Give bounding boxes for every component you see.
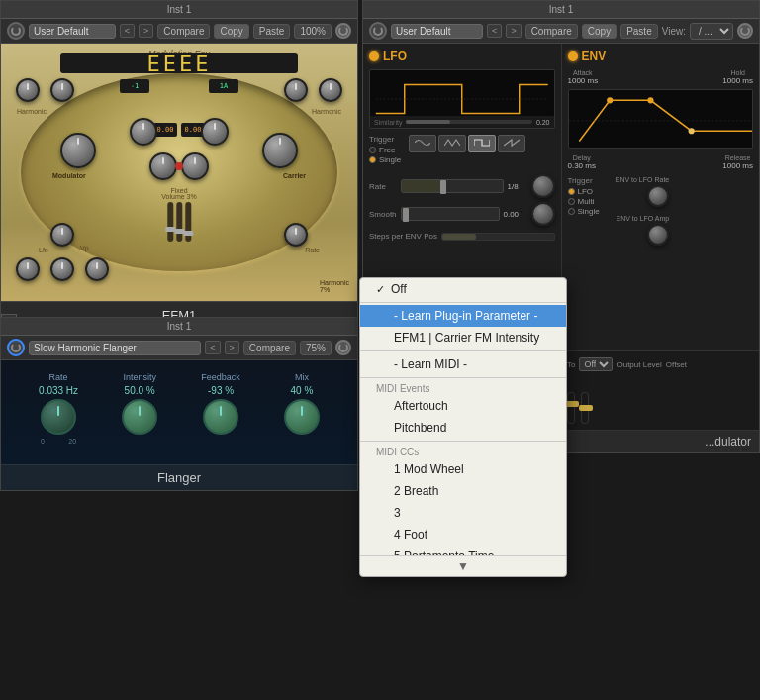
env-to-lfo-controls: ENV to LFO Rate ENV to LFO Amp (616, 176, 669, 246)
env-multi-radio[interactable] (568, 198, 575, 205)
efm1-knob-4[interactable] (319, 78, 342, 102)
lfo-similarity-slider[interactable] (406, 120, 531, 124)
flanger-preset-select[interactable]: Slow Harmonic Flanger (29, 341, 201, 355)
output-level-thumb[interactable] (565, 401, 579, 407)
lfo-led (369, 51, 379, 61)
lfo-trigger-single[interactable]: Single (369, 155, 401, 164)
efm1-link-button[interactable] (335, 23, 351, 39)
menu-item-learn-plugin[interactable]: - Learn Plug-in Parameter - (360, 305, 566, 327)
env-lfo-radio[interactable] (568, 188, 575, 195)
menu-item-aftertouch[interactable]: Aftertouch (360, 395, 566, 417)
flanger-power-button[interactable] (7, 339, 25, 356)
lfo-smoothing-thumb[interactable] (403, 208, 409, 222)
efm1-knob-1[interactable] (16, 78, 40, 102)
lfo-free-radio[interactable] (369, 147, 376, 153)
env-trigger-lfo[interactable]: LFO (568, 187, 600, 196)
rb-target-select-right[interactable]: Off (579, 357, 613, 371)
efm1-nav-prev[interactable]: < (120, 24, 135, 38)
lfo-smoothing-slider[interactable] (401, 207, 500, 221)
efm1-fm-knob-2[interactable] (181, 152, 209, 180)
env-trigger-multi[interactable]: Multi (568, 197, 600, 206)
lfo-trigger-free[interactable]: Free (369, 146, 401, 154)
menu-divider-1 (360, 302, 566, 303)
efm1-ratio-knob-1[interactable] (130, 118, 157, 146)
right-preset-select[interactable]: User Default (391, 24, 483, 39)
env-trigger-options: LFO Multi Single (568, 187, 600, 216)
lfo-waveform-btns (409, 135, 525, 168)
lfo-smoothing-knob[interactable] (531, 202, 555, 226)
flanger-link-button[interactable] (335, 340, 351, 355)
env-trigger-single[interactable]: Single (568, 207, 600, 216)
menu-item-foot[interactable]: 4 Foot (360, 524, 566, 546)
lfo-rate-knob[interactable] (531, 174, 555, 198)
svg-rect-2 (569, 90, 752, 149)
efm1-modulator-knob[interactable] (60, 133, 96, 168)
right-link-button[interactable] (737, 23, 753, 39)
efm1-ratio-knob-2[interactable] (201, 118, 229, 146)
efm1-bottom-knob-2[interactable] (50, 257, 74, 281)
lfo-single-radio[interactable] (369, 156, 376, 163)
menu-item-breath[interactable]: 2 Breath (360, 480, 566, 502)
lfo-wave-sine[interactable] (409, 135, 436, 152)
offset-thumb[interactable] (579, 405, 593, 411)
menu-item-mod-wheel[interactable]: 1 Mod Wheel (360, 458, 566, 480)
env-single-radio[interactable] (568, 208, 575, 215)
output-level-fader[interactable] (567, 392, 575, 424)
menu-item-cc3[interactable]: 3 (360, 502, 566, 524)
efm1-bottom-knob-1[interactable] (16, 257, 40, 281)
rb-output-sliders (567, 375, 753, 424)
right-paste-button[interactable]: Paste (620, 24, 658, 39)
flanger-nav-next[interactable]: > (225, 341, 239, 354)
menu-item-efm1-carrier[interactable]: EFM1 | Carrier FM Intensity (360, 327, 566, 349)
efm1-lfo-knob[interactable] (50, 223, 74, 247)
efm1-preset-select[interactable]: User Default (29, 24, 116, 39)
efm1-paste-button[interactable]: Paste (253, 24, 291, 39)
env-delay-value: 0.30 ms (568, 161, 596, 170)
efm1-fm-knob-1[interactable] (149, 152, 177, 180)
flanger-compare-button[interactable]: Compare (243, 341, 296, 355)
efm1-compare-button[interactable]: Compare (157, 24, 210, 39)
env-hold-value: 1000 ms (722, 76, 753, 85)
lfo-wave-triangle[interactable] (438, 135, 466, 152)
lfo-rate-thumb[interactable] (440, 180, 446, 194)
flanger-intensity-knob[interactable] (122, 399, 157, 435)
env-to-lfo-rate-knob[interactable] (647, 185, 669, 207)
flanger-rate-knob[interactable] (41, 399, 76, 435)
env-to-lfo-amp-knob[interactable] (647, 224, 669, 246)
menu-item-pitchbend[interactable]: Pitchbend (360, 417, 566, 439)
efm1-fader-1[interactable] (167, 202, 173, 242)
flanger-rate-label: Rate (49, 372, 68, 382)
efm1-nav-next[interactable]: > (139, 24, 153, 38)
right-copy-button[interactable]: Copy (582, 24, 617, 39)
offset-fader-group (581, 392, 589, 424)
efm1-copy-button[interactable]: Copy (214, 24, 248, 39)
lfo-rate-row: Rate 1/8 (369, 174, 555, 198)
menu-item-learn-midi[interactable]: - Learn MIDI - (360, 353, 566, 375)
efm1-knob-2[interactable] (50, 78, 74, 102)
efm1-carrier-knob[interactable] (262, 133, 298, 168)
efm1-fader-3[interactable] (185, 202, 191, 242)
efm1-knob-3[interactable] (284, 78, 308, 102)
right-nav-next[interactable]: > (506, 24, 521, 38)
lfo-rate-slider[interactable] (401, 179, 504, 193)
menu-scroll-area[interactable]: Off - Learn Plug-in Parameter - EFM1 | C… (360, 278, 566, 555)
right-compare-button[interactable]: Compare (525, 24, 578, 39)
efm1-bottom-knob-3[interactable] (85, 257, 109, 281)
right-power-button[interactable] (369, 22, 387, 40)
flanger-nav-prev[interactable]: < (205, 341, 220, 354)
lfo-wave-square[interactable] (468, 135, 496, 152)
menu-item-off[interactable]: Off (360, 278, 566, 300)
flanger-mix-knob[interactable] (284, 399, 320, 435)
lfo-steps-slider[interactable] (441, 233, 555, 241)
right-nav-prev[interactable]: < (487, 24, 502, 38)
efm1-fader-3-thumb[interactable] (183, 231, 193, 236)
lfo-wave-ramp[interactable] (498, 135, 525, 152)
lfo-title-bar: LFO (369, 50, 555, 63)
offset-fader[interactable] (581, 392, 589, 424)
menu-item-portamento-time[interactable]: 5 Portamento Time (360, 546, 566, 555)
efm1-fader-2[interactable] (176, 202, 182, 242)
efm1-rate-knob[interactable] (284, 223, 308, 247)
flanger-feedback-knob[interactable] (203, 399, 238, 435)
right-view-select[interactable]: / ... (690, 23, 733, 40)
efm1-power-button[interactable] (7, 22, 25, 40)
